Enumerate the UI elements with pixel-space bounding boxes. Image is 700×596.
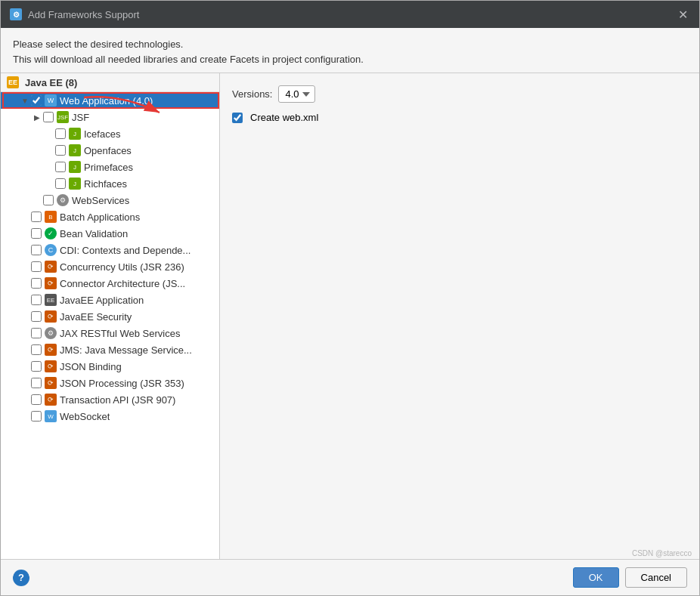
footer-buttons: OK Cancel — [573, 567, 687, 588]
version-select[interactable]: 4.0 3.0 2.5 2.4 — [278, 85, 315, 103]
javaee-app-icon: EE — [45, 294, 57, 306]
concurrency-label: Concurrency Utils (JSR 236) — [60, 261, 184, 273]
tree-item-json-binding[interactable]: ▶ ⟳ JSON Binding — [1, 358, 219, 375]
bean-validation-label: Bean Validation — [60, 228, 128, 239]
transaction-api-label: Transaction API (JSR 907) — [60, 394, 175, 406]
openfaces-icon: J — [69, 144, 81, 156]
create-xml-row: Create web.xml — [232, 112, 687, 123]
tree-section-header: EE Java EE (8) — [1, 73, 219, 92]
tree-item-richfaces[interactable]: ▶ J Richfaces — [1, 175, 219, 192]
connector-icon: ⟳ — [45, 277, 57, 289]
jsf-icon: JSF — [57, 111, 69, 123]
versions-label: Versions: — [232, 88, 272, 100]
add-frameworks-dialog: ⚙ Add Frameworks Support ✕ Please select… — [0, 0, 700, 596]
icefaces-icon: J — [69, 128, 81, 140]
checkbox-javaee-security[interactable] — [31, 311, 42, 322]
checkbox-javaee-application[interactable] — [31, 295, 42, 305]
tree-item-batch-applications[interactable]: ▶ B Batch Applications — [1, 208, 219, 225]
footer: ? OK Cancel — [1, 559, 699, 595]
checkbox-icefaces[interactable] — [55, 128, 66, 139]
tree-item-icefaces[interactable]: ▶ J Icefaces — [1, 125, 219, 142]
tree-item-openfaces[interactable]: ▶ J Openfaces — [1, 142, 219, 159]
cdi-label: CDI: Contexts and Depende... — [60, 245, 190, 256]
tree-item-json-processing[interactable]: ▶ ⟳ JSON Processing (JSR 353) — [1, 375, 219, 391]
checkbox-richfaces[interactable] — [55, 178, 66, 189]
tree-item-web-application[interactable]: ▼ W Web Application (4.0) — [1, 92, 219, 109]
checkbox-openfaces[interactable] — [55, 145, 66, 156]
create-xml-label: Create web.xml — [250, 112, 318, 123]
close-button[interactable]: ✕ — [675, 7, 690, 22]
description-line1: Please select the desired technologies. — [13, 37, 687, 52]
checkbox-jsf[interactable] — [43, 112, 54, 122]
primefaces-label: Primefaces — [84, 162, 133, 173]
javaee-security-icon: ⟳ — [45, 310, 57, 323]
checkbox-concurrency[interactable] — [31, 261, 42, 272]
help-button[interactable]: ? — [13, 570, 29, 586]
checkbox-primefaces[interactable] — [55, 162, 66, 172]
json-binding-label: JSON Binding — [60, 361, 122, 372]
websocket-icon: W — [45, 410, 57, 422]
left-panel: EE Java EE (8) ▼ W Web Application (4.0)… — [1, 73, 220, 559]
tree-section-label: Java EE (8) — [25, 77, 77, 88]
ok-button[interactable]: OK — [573, 567, 619, 588]
cancel-button[interactable]: Cancel — [625, 567, 687, 588]
tree-item-bean-validation[interactable]: ▶ ✓ Bean Validation — [1, 225, 219, 242]
checkbox-webservices[interactable] — [43, 195, 54, 205]
concurrency-icon: ⟳ — [45, 261, 57, 273]
checkbox-websocket[interactable] — [31, 411, 42, 422]
checkbox-cdi[interactable] — [31, 245, 42, 255]
create-xml-checkbox[interactable] — [232, 113, 243, 123]
web-application-label: Web Application (4.0) — [60, 95, 153, 107]
tree-item-jsf[interactable]: ▶ JSF JSF — [1, 109, 219, 125]
javaee-security-label: JavaEE Security — [60, 311, 132, 323]
tree-item-javaee-application[interactable]: ▶ EE JavaEE Application — [1, 292, 219, 308]
version-row: Versions: 4.0 3.0 2.5 2.4 — [232, 85, 687, 103]
checkbox-connector[interactable] — [31, 278, 42, 289]
checkbox-json-processing[interactable] — [31, 378, 42, 388]
jsf-label: JSF — [72, 112, 89, 123]
javaee-application-label: JavaEE Application — [60, 295, 144, 306]
description-area: Please select the desired technologies. … — [1, 28, 699, 73]
richfaces-label: Richfaces — [84, 178, 127, 190]
tree-item-webservices[interactable]: ▶ ⚙ WebServices — [1, 192, 219, 208]
title-bar: ⚙ Add Frameworks Support ✕ — [1, 1, 699, 28]
tree-item-cdi[interactable]: ▶ C CDI: Contexts and Depende... — [1, 242, 219, 258]
checkbox-bean-validation[interactable] — [31, 228, 42, 239]
tree-item-javaee-security[interactable]: ▶ ⟳ JavaEE Security — [1, 308, 219, 325]
checkbox-batch-applications[interactable] — [31, 212, 42, 222]
tree-item-websocket[interactable]: ▶ W WebSocket — [1, 408, 219, 425]
checkbox-json-binding[interactable] — [31, 361, 42, 372]
expander-jsf[interactable]: ▶ — [31, 111, 43, 123]
cdi-icon: C — [45, 244, 57, 256]
webservices-icon: ⚙ — [57, 194, 69, 206]
richfaces-icon: J — [69, 178, 81, 190]
webservices-label: WebServices — [72, 195, 129, 206]
jax-restful-label: JAX RESTful Web Services — [60, 328, 180, 339]
main-content: EE Java EE (8) ▼ W Web Application (4.0)… — [1, 73, 699, 559]
title-bar-left: ⚙ Add Frameworks Support — [10, 8, 139, 20]
dialog-title: Add Frameworks Support — [28, 9, 139, 20]
checkbox-jax-restful[interactable] — [31, 328, 42, 338]
jax-restful-icon: ⚙ — [45, 327, 57, 339]
openfaces-label: Openfaces — [84, 145, 132, 156]
tree-item-primefaces[interactable]: ▶ J Primefaces — [1, 159, 219, 175]
batch-icon: B — [45, 211, 57, 223]
tree-item-transaction-api[interactable]: ▶ ⟳ Transaction API (JSR 907) — [1, 391, 219, 408]
checkbox-jms[interactable] — [31, 344, 42, 355]
websocket-label: WebSocket — [60, 411, 110, 422]
tree-item-jms[interactable]: ▶ ⟳ JMS: Java Message Service... — [1, 341, 219, 358]
checkbox-transaction-api[interactable] — [31, 394, 42, 405]
json-binding-icon: ⟳ — [45, 360, 57, 372]
dialog-icon: ⚙ — [10, 8, 22, 20]
bean-validation-icon: ✓ — [45, 227, 57, 239]
expander-web-app[interactable]: ▼ — [19, 94, 31, 107]
tree-item-connector[interactable]: ▶ ⟳ Connector Architecture (JS... — [1, 275, 219, 292]
right-panel: Versions: 4.0 3.0 2.5 2.4 Create web.xml — [220, 73, 699, 559]
tree-item-jax-restful[interactable]: ▶ ⚙ JAX RESTful Web Services — [1, 325, 219, 341]
checkbox-web-application[interactable] — [31, 95, 42, 106]
connector-label: Connector Architecture (JS... — [60, 278, 185, 289]
json-processing-icon: ⟳ — [45, 377, 57, 389]
json-processing-label: JSON Processing (JSR 353) — [60, 378, 184, 389]
tree-item-concurrency[interactable]: ▶ ⟳ Concurrency Utils (JSR 236) — [1, 258, 219, 275]
icefaces-label: Icefaces — [84, 128, 120, 140]
